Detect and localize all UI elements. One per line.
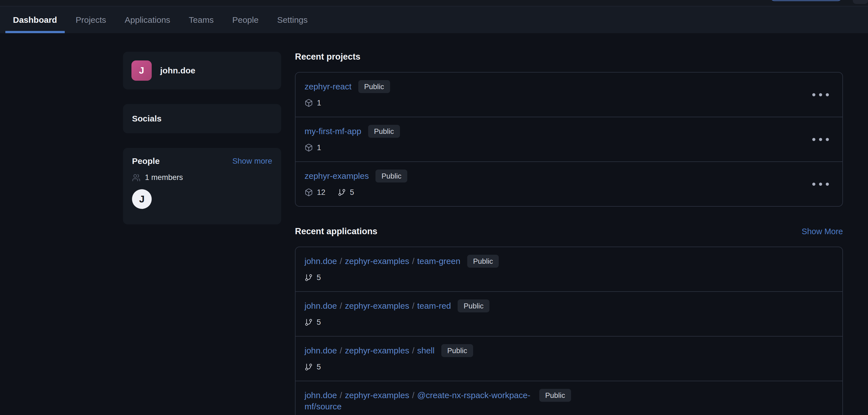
- git-branch-icon: [305, 363, 313, 371]
- visibility-badge: Public: [539, 389, 571, 402]
- breadcrumb-separator: /: [340, 346, 342, 355]
- row-menu-button[interactable]: [809, 135, 832, 144]
- branches-count: 5: [317, 363, 321, 372]
- branches-stat: 5: [305, 273, 321, 282]
- nav-tab-people[interactable]: People: [225, 6, 266, 33]
- project-stats: 1: [305, 143, 806, 152]
- project-stats: 12 5: [305, 187, 806, 197]
- application-row-header: john.doe/zephyr-examples/team-green Publ…: [305, 255, 806, 268]
- owner-link[interactable]: john.doe: [305, 390, 337, 400]
- nav-tab-dashboard[interactable]: Dashboard: [5, 6, 65, 33]
- recent-projects-title: Recent projects: [295, 52, 843, 62]
- application-row: john.doe/zephyr-examples/team-green Publ…: [296, 247, 842, 291]
- packages-stat: 12: [305, 188, 326, 197]
- breadcrumb-separator: /: [340, 301, 342, 310]
- socials-title: Socials: [132, 114, 161, 124]
- visibility-badge: Public: [467, 255, 499, 268]
- nav-tab-projects[interactable]: Projects: [68, 6, 114, 33]
- people-card-header: People Show more: [132, 156, 272, 166]
- application-link[interactable]: shell: [417, 346, 435, 355]
- application-stats: 5: [305, 362, 806, 372]
- cutoff-corner-chip[interactable]: [853, 0, 868, 4]
- row-menu-button[interactable]: [809, 180, 832, 188]
- main-column: Recent projects zephyr-react Public 1: [295, 52, 843, 415]
- row-menu-button[interactable]: [809, 90, 832, 99]
- project-link[interactable]: my-first-mf-app: [305, 127, 361, 136]
- visibility-badge: Public: [358, 80, 390, 93]
- branches-stat: 5: [305, 318, 321, 327]
- nav-tab-label: Dashboard: [13, 15, 57, 25]
- user-card[interactable]: J john.doe: [123, 52, 281, 90]
- nav-tab-label: Applications: [125, 15, 170, 25]
- project-link[interactable]: zephyr-examples: [345, 390, 409, 400]
- project-link[interactable]: zephyr-examples: [305, 171, 369, 180]
- people-show-more-link[interactable]: Show more: [232, 157, 272, 166]
- project-row: zephyr-react Public 1: [296, 73, 842, 117]
- project-row: my-first-mf-app Public 1: [296, 117, 842, 162]
- application-stats: 5: [305, 273, 806, 282]
- packages-count: 1: [317, 99, 321, 107]
- top-strip: [0, 0, 868, 6]
- owner-link[interactable]: john.doe: [305, 256, 337, 266]
- branches-stat: 5: [305, 363, 321, 372]
- nav-tab-settings[interactable]: Settings: [270, 6, 315, 33]
- nav-tab-label: Settings: [277, 15, 308, 25]
- project-name-wrap: my-first-mf-app: [305, 126, 361, 137]
- member-avatar[interactable]: J: [132, 189, 152, 209]
- page-content: J john.doe Socials People Show more 1 me…: [0, 33, 868, 415]
- nav-tab-teams[interactable]: Teams: [181, 6, 221, 33]
- owner-link[interactable]: john.doe: [305, 346, 337, 355]
- nav-tab-label: People: [232, 15, 258, 25]
- project-link[interactable]: zephyr-examples: [345, 346, 409, 355]
- packages-stat: 1: [305, 143, 321, 152]
- packages-count: 12: [317, 188, 326, 197]
- applications-show-more-link[interactable]: Show More: [802, 227, 843, 236]
- nav-tab-label: Teams: [189, 15, 214, 25]
- application-link[interactable]: team-red: [417, 301, 451, 310]
- application-breadcrumb: john.doe/zephyr-examples/shell: [305, 345, 435, 356]
- project-name-wrap: zephyr-react: [305, 81, 351, 92]
- application-link[interactable]: @create-nx-rspack-workpace-mf/source: [305, 390, 530, 411]
- branches-count: 5: [317, 318, 321, 327]
- project-row-header: zephyr-react Public: [305, 81, 806, 93]
- recent-applications-header: Recent applications Show More: [295, 226, 843, 237]
- project-row-header: my-first-mf-app Public: [305, 126, 806, 138]
- packages-count: 1: [317, 143, 321, 152]
- nav-tab-label: Projects: [76, 15, 106, 25]
- recent-projects-list: zephyr-react Public 1 my-first: [295, 72, 843, 207]
- members-count-text: 1 members: [145, 173, 183, 182]
- application-row: john.doe/zephyr-examples/shell Public 5: [296, 336, 842, 381]
- nav-tab-applications[interactable]: Applications: [117, 6, 178, 33]
- package-icon: [305, 99, 313, 107]
- owner-link[interactable]: john.doe: [305, 301, 337, 310]
- breadcrumb-separator: /: [412, 301, 414, 310]
- people-title: People: [132, 156, 160, 166]
- active-tab-underline: [5, 31, 65, 33]
- user-avatar: J: [131, 61, 152, 81]
- application-breadcrumb: john.doe/zephyr-examples/team-red: [305, 300, 451, 312]
- visibility-badge: Public: [375, 170, 407, 182]
- socials-card: Socials: [123, 104, 281, 133]
- application-link[interactable]: team-green: [417, 256, 460, 266]
- project-link[interactable]: zephyr-examples: [345, 256, 409, 266]
- project-link[interactable]: zephyr-react: [305, 82, 351, 91]
- application-stats: 5: [305, 317, 806, 327]
- branches-count: 5: [350, 188, 354, 197]
- sidebar: J john.doe Socials People Show more 1 me…: [123, 52, 281, 415]
- visibility-badge: Public: [458, 300, 490, 312]
- breadcrumb-separator: /: [412, 390, 414, 400]
- user-name: john.doe: [160, 66, 195, 75]
- branches-stat: 5: [338, 188, 354, 197]
- visibility-badge: Public: [441, 344, 473, 357]
- members-row: 1 members: [132, 173, 272, 182]
- application-row: john.doe/zephyr-examples/@create-nx-rspa…: [296, 381, 842, 415]
- package-icon: [305, 143, 313, 152]
- application-breadcrumb: john.doe/zephyr-examples/@create-nx-rspa…: [305, 390, 532, 412]
- breadcrumb-separator: /: [412, 346, 414, 355]
- cutoff-outlined-button[interactable]: [770, 0, 842, 1]
- project-link[interactable]: zephyr-examples: [345, 301, 409, 310]
- breadcrumb-separator: /: [412, 256, 414, 266]
- application-row-header: john.doe/zephyr-examples/@create-nx-rspa…: [305, 390, 806, 412]
- users-icon: [132, 173, 141, 182]
- application-row-header: john.doe/zephyr-examples/shell Public: [305, 345, 806, 357]
